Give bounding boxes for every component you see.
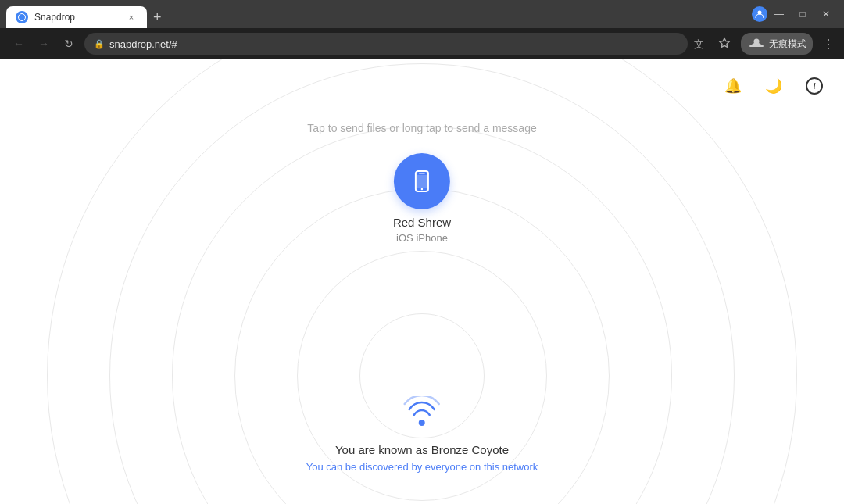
bookmark-button[interactable] bbox=[717, 37, 731, 51]
back-button[interactable]: ← bbox=[9, 38, 28, 50]
notification-icon: 🔔 bbox=[724, 77, 742, 95]
info-icon: i bbox=[806, 77, 823, 95]
self-discovery-link[interactable]: You can be discovered by everyone on thi… bbox=[306, 461, 538, 473]
info-button[interactable]: i bbox=[800, 72, 828, 100]
browser-chrome: Snapdrop × + — □ ✕ ← → ↻ 🔒 snapdrop.n bbox=[0, 0, 844, 59]
new-tab-button[interactable]: + bbox=[147, 6, 168, 28]
self-identity: You are known as Bronze Coyote You can b… bbox=[306, 395, 538, 473]
close-window-button[interactable]: ✕ bbox=[821, 9, 831, 20]
svg-rect-5 bbox=[419, 173, 425, 174]
address-bar-actions: 文 无痕模式 ⋮ bbox=[694, 33, 835, 55]
notification-button[interactable]: 🔔 bbox=[719, 72, 747, 100]
tab-title: Snapdrop bbox=[34, 12, 119, 23]
refresh-button[interactable]: ↻ bbox=[59, 38, 78, 50]
self-name: You are known as Bronze Coyote bbox=[335, 443, 509, 456]
hint-text: Tap to send files or long tap to send a … bbox=[307, 122, 536, 134]
svg-point-6 bbox=[421, 188, 423, 190]
tab-close-button[interactable]: × bbox=[125, 11, 138, 23]
active-tab[interactable]: Snapdrop × bbox=[6, 6, 147, 28]
top-icons: 🔔 🌙 i bbox=[719, 72, 828, 100]
svg-text:文: 文 bbox=[694, 38, 704, 50]
device-name: Red Shrew bbox=[393, 216, 451, 229]
maximize-button[interactable]: □ bbox=[797, 9, 808, 20]
device-avatar bbox=[394, 153, 450, 209]
svg-point-8 bbox=[419, 420, 425, 426]
window-controls: — □ ✕ bbox=[774, 9, 838, 20]
self-avatar bbox=[400, 395, 444, 438]
dark-mode-button[interactable]: 🌙 bbox=[760, 72, 788, 100]
device-peer[interactable]: Red Shrew iOS iPhone bbox=[393, 153, 451, 244]
incognito-label: 无痕模式 bbox=[769, 38, 806, 51]
tab-favicon bbox=[16, 11, 28, 23]
address-bar: ← → ↻ 🔒 snapdrop.net/# 文 bbox=[0, 28, 844, 59]
url-text: snapdrop.net/# bbox=[109, 38, 177, 50]
browser-menu-button[interactable]: ⋮ bbox=[822, 37, 835, 52]
minimize-button[interactable]: — bbox=[774, 9, 785, 20]
lock-icon: 🔒 bbox=[94, 39, 105, 49]
device-type: iOS iPhone bbox=[396, 232, 448, 244]
forward-button[interactable]: → bbox=[34, 38, 53, 50]
svg-rect-7 bbox=[417, 175, 427, 188]
title-bar: Snapdrop × + — □ ✕ bbox=[0, 0, 844, 28]
dark-mode-icon: 🌙 bbox=[765, 77, 782, 95]
webpage: 🔔 🌙 i Tap to send files or long tap to s… bbox=[0, 59, 844, 504]
svg-rect-3 bbox=[749, 45, 764, 47]
address-input[interactable]: 🔒 snapdrop.net/# bbox=[84, 33, 688, 55]
incognito-icon bbox=[747, 34, 766, 53]
translate-button[interactable]: 文 bbox=[694, 37, 708, 51]
tabs-area: Snapdrop × + bbox=[6, 0, 379, 28]
incognito-badge[interactable]: 无痕模式 bbox=[741, 33, 813, 55]
profile-icon[interactable] bbox=[752, 6, 767, 22]
